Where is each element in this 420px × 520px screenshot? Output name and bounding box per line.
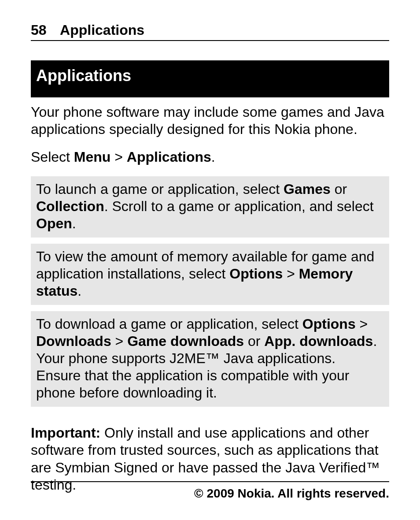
instruction-box-download: To download a game or application, selec… xyxy=(31,311,389,407)
open-label: Open xyxy=(36,215,72,231)
text: > xyxy=(111,333,127,349)
options-label: Options xyxy=(302,316,356,332)
important-label: Important: xyxy=(31,425,100,441)
text: To download a game or application, selec… xyxy=(36,316,302,332)
section-banner: Applications xyxy=(31,60,389,97)
section-banner-title: Applications xyxy=(36,67,131,85)
collection-label: Collection xyxy=(36,198,104,214)
options-label: Options xyxy=(229,266,283,282)
games-label: Games xyxy=(284,181,331,197)
app-downloads-label: App. downloads xyxy=(264,333,373,349)
page-number: 58 xyxy=(31,22,47,38)
page-header: 58 Applications xyxy=(31,22,389,41)
downloads-label: Downloads xyxy=(36,333,111,349)
text: > xyxy=(356,316,368,332)
header-section-title: Applications xyxy=(60,22,144,38)
instruction-box-launch: To launch a game or application, select … xyxy=(31,176,389,238)
text: or xyxy=(331,181,347,197)
applications-label: Applications xyxy=(127,149,211,165)
text: Your phone software may include some gam… xyxy=(31,104,384,137)
intro-paragraph-1: Your phone software may include some gam… xyxy=(31,104,389,138)
text: . xyxy=(211,149,215,165)
text: . xyxy=(72,215,76,231)
copyright-text: © 2009 Nokia. All rights reserved. xyxy=(194,487,389,500)
instruction-box-memory: To view the amount of memory available f… xyxy=(31,244,389,305)
text: . xyxy=(77,283,81,299)
text: To launch a game or application, select xyxy=(36,181,284,197)
page-footer: © 2009 Nokia. All rights reserved. xyxy=(31,481,389,501)
text: > xyxy=(111,149,126,165)
intro-paragraph-2: Select Menu > Applications. xyxy=(31,149,389,166)
menu-label: Menu xyxy=(74,149,111,165)
game-downloads-label: Game downloads xyxy=(127,333,244,349)
text: . Scroll to a game or application, and s… xyxy=(104,198,374,214)
text: or xyxy=(244,333,264,349)
text: > xyxy=(283,266,298,282)
text: Select xyxy=(31,149,74,165)
